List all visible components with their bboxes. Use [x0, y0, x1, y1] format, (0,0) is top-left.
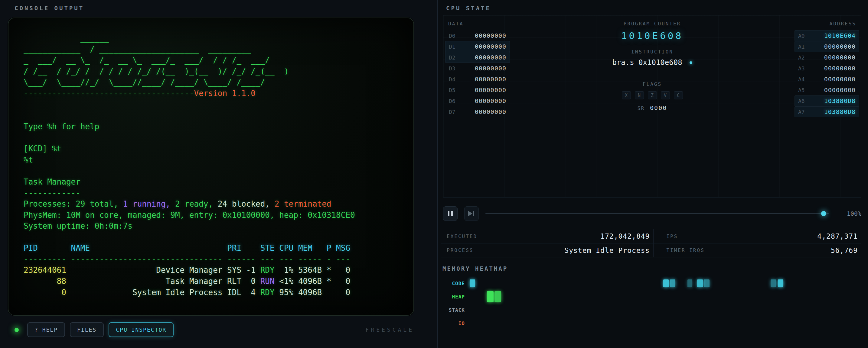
heatmap-track — [470, 317, 861, 330]
terminal-line: PID NAME PRI STE CPU MEM P MSG — [24, 243, 405, 254]
terminal-text-segment: RUN — [260, 277, 275, 286]
terminal-text-segment: Version 1.1.0 — [194, 89, 256, 98]
stat-value: System Idle Process — [564, 246, 650, 254]
flag-chip-z: Z — [648, 91, 657, 99]
terminal-text-segment: Device Manager — [66, 266, 227, 275]
cpu-center-column: PROGRAM COUNTER 1010E608 INSTRUCTION bra… — [519, 15, 785, 197]
data-registers-label: DATA — [448, 21, 516, 27]
stat-timer-irqs: TIMER IRQS56,769 — [653, 243, 861, 257]
address-register-list: A01010E604A100000000A200000000A300000000… — [795, 30, 859, 117]
execution-controls: 100% — [443, 206, 861, 221]
register-d3: D300000000 — [445, 63, 510, 74]
speed-slider[interactable] — [486, 206, 829, 221]
register-value: 00000000 — [824, 65, 856, 72]
register-value: 00000000 — [475, 43, 506, 50]
stat-label: IPS — [666, 234, 678, 239]
pause-icon — [447, 211, 454, 216]
flag-chip-x: X — [622, 91, 631, 99]
address-registers-column: ADDRESS A01010E604A100000000A200000000A3… — [785, 15, 861, 197]
register-name: D1 — [449, 43, 456, 50]
register-a1: A100000000 — [795, 41, 859, 52]
terminal-line: / /__ / /_/ / / / / / /_/ /(__ )_(__ )/ … — [24, 66, 405, 77]
memory-heatmap-rows: CODEHEAPSTACKIO — [441, 277, 861, 330]
pause-button[interactable] — [443, 206, 458, 221]
terminal-line — [24, 165, 405, 176]
heatmap-row-label: CODE — [441, 281, 465, 286]
console-footer-buttons: ? HELPFILESCPU INSPECTOR — [27, 322, 179, 337]
terminal-text-segment: 1% 5364B * 0 — [275, 266, 350, 275]
memory-block — [495, 291, 501, 302]
register-a2: A200000000 — [795, 52, 859, 63]
terminal-text-segment: 88 — [24, 277, 66, 286]
terminal-line — [24, 232, 405, 243]
register-value: 1010E604 — [824, 32, 856, 39]
terminal-line: %t — [24, 154, 405, 166]
register-value: 00000000 — [475, 86, 506, 94]
register-name: D6 — [449, 98, 456, 104]
register-d5: D500000000 — [445, 84, 510, 96]
memory-block — [778, 279, 783, 287]
register-name: A3 — [798, 65, 805, 72]
terminal: __________________ / ___________________… — [8, 18, 414, 316]
heatmap-row-label: HEAP — [441, 294, 465, 300]
terminal-line: 0 System Idle Process IDL 4 RDY 95% 4096… — [24, 287, 405, 298]
register-d0: D000000000 — [445, 30, 510, 41]
heatmap-track — [470, 303, 861, 317]
footer-button-help[interactable]: ? HELP — [27, 322, 65, 337]
register-a5: A500000000 — [795, 84, 859, 96]
terminal-line: 88 Task Manager RLT 0 RUN <1% 4096B * 0 — [24, 276, 405, 287]
app: CONSOLE OUTPUT __________________ / ____… — [0, 0, 868, 348]
step-button[interactable] — [464, 206, 479, 221]
terminal-line: ------------------------------------Vers… — [24, 88, 405, 99]
register-value: 00000000 — [824, 75, 856, 83]
terminal-line: --------- ------------------------------… — [24, 254, 405, 265]
terminal-line: 232644061 Device Manager SYS -1 RDY 1% 5… — [24, 265, 405, 276]
terminal-text-segment: 95% 4096B 0 — [275, 288, 350, 297]
terminal-text-segment: Type %h for help — [24, 122, 99, 131]
register-name: A5 — [798, 87, 805, 93]
footer-button-files[interactable]: FILES — [70, 322, 104, 337]
register-value: 00000000 — [824, 54, 856, 61]
register-name: D5 — [449, 87, 456, 93]
heatmap-row-stack: STACK — [441, 303, 861, 317]
terminal-text-segment: / /__ / /_/ / / / / / /_/ /(__ )_(__ )/ … — [24, 67, 289, 76]
stat-label: TIMER IRQS — [666, 247, 704, 253]
heatmap-row-heap: HEAP — [441, 290, 861, 303]
terminal-line — [24, 110, 405, 121]
register-name: D7 — [449, 109, 456, 115]
console-panel-title: CONSOLE OUTPUT — [14, 5, 437, 11]
register-name: D3 — [449, 65, 456, 72]
register-d7: D700000000 — [445, 106, 510, 117]
terminal-text-segment: <1% 4096B * 0 — [275, 277, 350, 286]
terminal-text-segment: 0 — [24, 288, 66, 297]
stat-value: 172,042,849 — [600, 232, 650, 240]
register-value: 00000000 — [475, 97, 506, 105]
terminal-line — [24, 99, 405, 110]
program-counter-label: PROGRAM COUNTER — [624, 21, 681, 27]
register-name: D0 — [449, 33, 456, 39]
register-value: 00000000 — [475, 65, 506, 72]
terminal-text-segment: 24 blocked, — [218, 199, 275, 208]
memory-block — [704, 279, 709, 287]
heatmap-track — [470, 290, 861, 303]
terminal-text-segment: PID NAME PRI STE CPU MEM P MSG — [24, 243, 350, 252]
terminal-line — [24, 132, 405, 143]
speed-value: 100% — [836, 210, 861, 217]
stat-label: PROCESS — [447, 247, 473, 253]
register-value: 00000000 — [475, 32, 506, 39]
cpu-state-box: DATA D000000000D100000000D200000000D3000… — [443, 15, 861, 198]
register-name: A6 — [798, 98, 805, 104]
terminal-text-segment: 2 terminated — [275, 199, 332, 208]
terminal-text-segment: %t — [24, 155, 33, 164]
memory-block — [687, 279, 692, 287]
memory-block — [697, 279, 703, 287]
footer-button-cpu-inspector[interactable]: CPU INSPECTOR — [108, 322, 174, 337]
heatmap-track — [470, 277, 861, 290]
terminal-text-segment: Processes: 29 total, — [24, 199, 123, 208]
stats-grid: EXECUTED172,042,849IPS4,287,371PROCESSSy… — [441, 229, 861, 257]
register-name: D2 — [449, 55, 456, 61]
slider-handle[interactable] — [821, 211, 826, 216]
flag-chip-n: N — [635, 91, 644, 99]
terminal-text-segment: ______ — [24, 34, 109, 43]
memory-heatmap: MEMORY HEATMAP CODEHEAPSTACKIO — [441, 261, 861, 330]
